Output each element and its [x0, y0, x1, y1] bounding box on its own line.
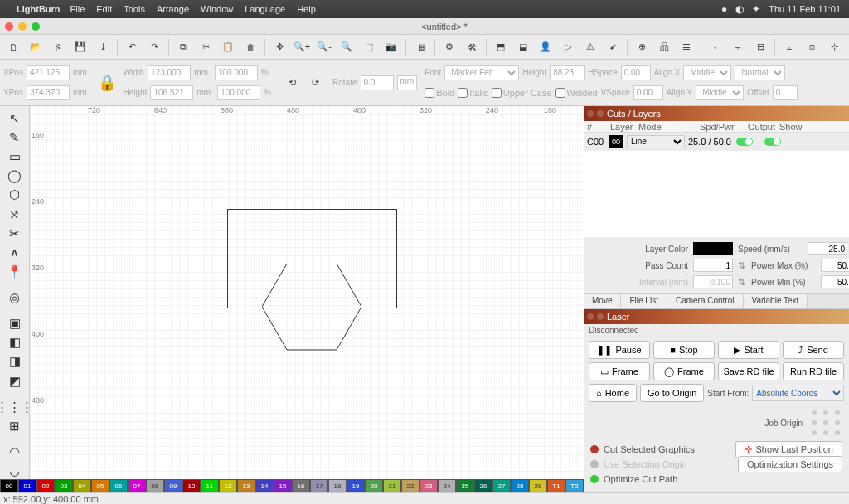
- layer-mode-select[interactable]: Line: [627, 135, 685, 148]
- menu-window[interactable]: Window: [201, 4, 233, 14]
- stop-button[interactable]: ■Stop: [653, 341, 715, 359]
- rotate-cw-icon[interactable]: ⟳: [305, 73, 325, 93]
- bold-check[interactable]: [424, 88, 434, 98]
- paste-icon[interactable]: 📋: [218, 37, 238, 57]
- palette-00[interactable]: 00: [0, 479, 18, 492]
- redo-icon[interactable]: ↷: [144, 37, 164, 57]
- interval-input[interactable]: [693, 275, 733, 288]
- tab-vartext[interactable]: Variable Text: [744, 294, 808, 308]
- home-button[interactable]: ⌂Home: [589, 384, 637, 402]
- start-button[interactable]: ▶Start: [718, 341, 779, 359]
- aligny-select[interactable]: Middle: [696, 85, 744, 100]
- open-icon[interactable]: 📂: [26, 37, 46, 57]
- zoomfit-icon[interactable]: 🔍: [337, 37, 357, 57]
- layer-color-swatch[interactable]: [693, 242, 733, 255]
- dist2-icon[interactable]: ⧈: [802, 37, 822, 57]
- palette-28[interactable]: 28: [511, 479, 529, 492]
- output-toggle[interactable]: [736, 138, 753, 146]
- height-input[interactable]: [150, 85, 193, 100]
- export-icon[interactable]: ⤓: [93, 37, 113, 57]
- array-tool-icon[interactable]: ⊞: [3, 417, 27, 434]
- menu-tools[interactable]: Tools: [124, 4, 145, 14]
- import-icon[interactable]: ⎘: [48, 37, 68, 57]
- offset-tool-icon[interactable]: ◎: [3, 288, 27, 306]
- dist3-icon[interactable]: ⊹: [824, 37, 844, 57]
- saverd-button[interactable]: Save RD file: [718, 362, 779, 380]
- palette-06[interactable]: 06: [109, 479, 128, 492]
- palette-13[interactable]: 13: [237, 479, 255, 492]
- arc-tool-icon[interactable]: ◠: [3, 443, 27, 460]
- palette-21[interactable]: 21: [383, 479, 401, 492]
- menu-language[interactable]: Language: [245, 4, 285, 14]
- tab-camera[interactable]: Camera Control: [667, 294, 744, 308]
- palette-T1[interactable]: T1: [547, 479, 565, 492]
- rotate-ccw-icon[interactable]: ⟲: [282, 73, 302, 93]
- weld-tool-icon[interactable]: ▣: [3, 314, 27, 332]
- ungroup-icon[interactable]: ⬓: [513, 37, 533, 57]
- cut-icon[interactable]: ✂: [196, 37, 216, 57]
- menu-file[interactable]: File: [70, 4, 85, 14]
- delete-icon[interactable]: 🗑: [240, 37, 260, 57]
- arrange1-icon[interactable]: 品: [654, 37, 674, 57]
- palette-24[interactable]: 24: [438, 479, 456, 492]
- width-input[interactable]: [148, 65, 191, 80]
- pan-icon[interactable]: ✥: [269, 37, 289, 57]
- menu-arrange[interactable]: Arrange: [157, 4, 189, 14]
- arrange2-icon[interactable]: 𝌆: [677, 37, 696, 57]
- canvas[interactable]: 720 640 560 480 400 320 240 160 160 240 …: [30, 106, 584, 504]
- palette-26[interactable]: 26: [474, 479, 492, 492]
- bool1-tool-icon[interactable]: ◧: [3, 334, 27, 351]
- joborigin-grid[interactable]: [809, 409, 842, 437]
- pmin-input[interactable]: [821, 275, 849, 288]
- zoomsel-icon[interactable]: ⬚: [359, 37, 379, 57]
- palette-14[interactable]: 14: [255, 479, 274, 492]
- palette-01[interactable]: 01: [18, 479, 36, 492]
- palette-05[interactable]: 05: [91, 479, 109, 492]
- select-tool-icon[interactable]: ↖: [3, 109, 27, 127]
- normal-select[interactable]: Normal: [735, 65, 785, 80]
- new-icon[interactable]: 🗋: [3, 37, 23, 57]
- tab-filelist[interactable]: File List: [621, 294, 667, 308]
- runrd-button[interactable]: Run RD file: [783, 362, 844, 380]
- palette-29[interactable]: 29: [529, 479, 547, 492]
- hspace-input[interactable]: [621, 65, 651, 80]
- offset-input[interactable]: [773, 85, 798, 100]
- zoomout-icon[interactable]: 🔍-: [314, 37, 334, 57]
- unit-select[interactable]: mm: [397, 75, 418, 90]
- close-button[interactable]: [5, 22, 13, 31]
- palette-20[interactable]: 20: [365, 479, 383, 492]
- warn-icon[interactable]: ⚠: [580, 37, 600, 57]
- bool2-tool-icon[interactable]: ◨: [3, 353, 27, 371]
- palette-11[interactable]: 11: [201, 479, 219, 492]
- ellipse-tool-icon[interactable]: ◯: [3, 167, 27, 185]
- send-button[interactable]: ⤴Send: [783, 341, 844, 359]
- layer-row-c00[interactable]: C00 00 Line 25.0 / 50.0: [584, 133, 849, 151]
- palette-12[interactable]: 12: [219, 479, 237, 492]
- palette-04[interactable]: 04: [73, 479, 91, 492]
- goto-origin-button[interactable]: Go to Origin: [640, 384, 704, 402]
- panel-float-icon[interactable]: [597, 110, 604, 117]
- pause-button[interactable]: ❚❚Pause: [589, 341, 650, 359]
- panel-close-icon[interactable]: [587, 110, 594, 117]
- xpos-input[interactable]: [27, 65, 70, 80]
- status-globe-icon[interactable]: ✦: [752, 3, 760, 15]
- marker-tool-icon[interactable]: 📍: [3, 264, 27, 281]
- menu-help[interactable]: Help: [297, 4, 316, 14]
- play-icon[interactable]: ▷: [558, 37, 578, 57]
- node-tool-icon[interactable]: ⤯: [3, 206, 27, 223]
- font-select[interactable]: Marker Felt: [444, 65, 519, 80]
- upper-check[interactable]: [492, 88, 502, 98]
- minimize-button[interactable]: [18, 22, 27, 31]
- menu-edit[interactable]: Edit: [96, 4, 112, 14]
- palette-08[interactable]: 08: [146, 479, 164, 492]
- pass-input[interactable]: [693, 259, 733, 272]
- optsettings-button[interactable]: Optimization Settings: [738, 456, 842, 472]
- palette-25[interactable]: 25: [456, 479, 474, 492]
- send2-icon[interactable]: ➹: [603, 37, 623, 57]
- palette-03[interactable]: 03: [55, 479, 73, 492]
- palette-22[interactable]: 22: [401, 479, 420, 492]
- group-icon[interactable]: ⬒: [491, 37, 511, 57]
- speed-input[interactable]: [808, 242, 847, 255]
- devicesettings-icon[interactable]: 🛠: [462, 37, 482, 57]
- edit-tool-icon[interactable]: ✂: [3, 225, 27, 242]
